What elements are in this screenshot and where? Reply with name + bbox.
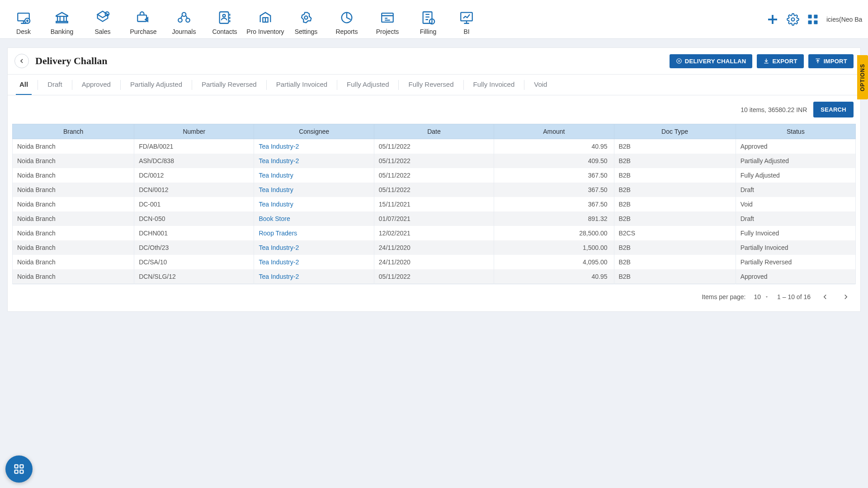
cell-consignee[interactable]: Tea Industry-2 xyxy=(254,240,374,255)
cell-date: 05/11/2022 xyxy=(374,154,494,168)
topnav-label: Projects xyxy=(376,28,399,35)
cell-number: DCHN001 xyxy=(134,226,254,240)
topnav-label: Banking xyxy=(51,28,74,35)
table-row[interactable]: Noida BranchDC/SA/10Tea Industry-224/11/… xyxy=(13,255,856,269)
tab-partially-invoiced[interactable]: Partially Invoiced xyxy=(273,75,331,95)
bi-icon xyxy=(459,10,474,25)
table-row[interactable]: Noida BranchDC/0012Tea Industry05/11/202… xyxy=(13,168,856,183)
cell-status: Partially Invoiced xyxy=(736,240,855,255)
items-per-page-select[interactable]: 10 xyxy=(754,293,769,300)
cell-status: Fully Invoiced xyxy=(736,226,855,240)
next-page-button[interactable] xyxy=(840,291,852,303)
cell-doctype: B2B xyxy=(614,154,736,168)
svg-rect-22 xyxy=(15,465,18,468)
search-label: SEARCH xyxy=(821,106,846,113)
cell-status: Fully Adjusted xyxy=(736,168,855,183)
col-amount[interactable]: Amount xyxy=(494,124,614,139)
topnav-reports[interactable]: Reports xyxy=(326,4,367,35)
col-status[interactable]: Status xyxy=(736,124,855,139)
prev-page-button[interactable] xyxy=(819,291,831,303)
svg-rect-25 xyxy=(20,470,23,473)
cell-consignee[interactable]: Tea Industry-2 xyxy=(254,154,374,168)
topnav-pro-inventory[interactable]: Pro Inventory xyxy=(245,4,286,35)
svg-rect-17 xyxy=(808,14,812,18)
tab-partially-adjusted[interactable]: Partially Adjusted xyxy=(127,75,186,95)
tab-fully-invoiced[interactable]: Fully Invoiced xyxy=(470,75,519,95)
cell-doctype: B2B xyxy=(614,183,736,197)
topnav-sales[interactable]: Sales xyxy=(82,4,123,35)
cell-consignee[interactable]: Roop Traders xyxy=(254,226,374,240)
cell-consignee[interactable]: Tea Industry-2 xyxy=(254,255,374,269)
table-row[interactable]: Noida BranchDC-001Tea Industry15/11/2021… xyxy=(13,197,856,211)
search-button[interactable]: SEARCH xyxy=(813,102,854,117)
tab-fully-reversed[interactable]: Fully Reversed xyxy=(405,75,457,95)
col-consignee[interactable]: Consignee xyxy=(254,124,374,139)
col-date[interactable]: Date xyxy=(374,124,494,139)
cell-date: 01/07/2021 xyxy=(374,211,494,226)
items-per-page-value: 10 xyxy=(754,293,761,300)
cell-consignee[interactable]: Tea Industry-2 xyxy=(254,269,374,284)
cell-branch: Noida Branch xyxy=(13,154,134,168)
table-row[interactable]: Noida BranchDCN/0012Tea Industry05/11/20… xyxy=(13,183,856,197)
tab-approved[interactable]: Approved xyxy=(78,75,114,95)
topnav-contacts[interactable]: Contacts xyxy=(204,4,245,35)
svg-point-6 xyxy=(186,18,190,22)
new-challan-button[interactable]: DELIVERY CHALLAN xyxy=(670,54,753,68)
table-row[interactable]: Noida BranchDCN-050Book Store01/07/20218… xyxy=(13,211,856,226)
topnav-desk[interactable]: Desk xyxy=(5,4,42,35)
projects-icon xyxy=(380,10,395,25)
topnav-journals[interactable]: Journals xyxy=(164,4,204,35)
topnav-projects[interactable]: Projects xyxy=(367,4,408,35)
table-row[interactable]: Noida BranchDC/Oth/23Tea Industry-224/11… xyxy=(13,240,856,255)
cell-branch: Noida Branch xyxy=(13,240,134,255)
col-branch[interactable]: Branch xyxy=(13,124,134,139)
cell-number: FD/AB/0021 xyxy=(134,139,254,154)
tab-all[interactable]: All xyxy=(16,75,32,95)
journals-icon xyxy=(176,10,192,25)
dropdown-caret-icon xyxy=(764,295,769,299)
svg-rect-24 xyxy=(15,470,18,473)
cell-status: Draft xyxy=(736,211,855,226)
table-row[interactable]: Noida BranchASh/DC/838Tea Industry-205/1… xyxy=(13,154,856,168)
import-button[interactable]: IMPORT xyxy=(808,54,854,68)
page-title: Delivery Challan xyxy=(35,55,108,67)
header-actions: DELIVERY CHALLAN EXPORT IMPORT xyxy=(670,54,854,68)
cell-consignee[interactable]: Tea Industry xyxy=(254,168,374,183)
company-selector[interactable]: icies(Neo Bai xyxy=(826,16,863,23)
table-row[interactable]: Noida BranchDCHN001Roop Traders12/02/202… xyxy=(13,226,856,240)
cell-consignee[interactable]: Tea Industry-2 xyxy=(254,139,374,154)
export-button[interactable]: EXPORT xyxy=(757,54,803,68)
topnav: DeskBankingSalesPurchaseJournalsContacts… xyxy=(5,4,485,35)
plus-icon[interactable] xyxy=(766,13,779,26)
topnav-filling[interactable]: Filling xyxy=(408,4,448,35)
cell-number: DC-001 xyxy=(134,197,254,211)
grid-icon xyxy=(13,463,25,475)
bank-icon xyxy=(54,10,70,25)
cell-doctype: B2B xyxy=(614,255,736,269)
cell-date: 24/11/2020 xyxy=(374,255,494,269)
apps-fab[interactable] xyxy=(5,455,33,483)
gear-icon[interactable] xyxy=(787,13,799,26)
apps-icon[interactable] xyxy=(807,13,819,26)
topnav-bi[interactable]: BI xyxy=(448,4,485,35)
topnav-settings[interactable]: Settings xyxy=(286,4,326,35)
svg-point-8 xyxy=(223,14,226,17)
cell-branch: Noida Branch xyxy=(13,255,134,269)
tab-draft[interactable]: Draft xyxy=(44,75,66,95)
back-button[interactable] xyxy=(14,54,29,68)
topnav-purchase[interactable]: Purchase xyxy=(123,4,164,35)
table-row[interactable]: Noida BranchFD/AB/0021Tea Industry-205/1… xyxy=(13,139,856,154)
options-side-tab[interactable]: OPTIONS xyxy=(857,55,868,99)
col-doctype[interactable]: Doc Type xyxy=(614,124,736,139)
tab-partially-reversed[interactable]: Partially Reversed xyxy=(198,75,260,95)
cell-consignee[interactable]: Tea Industry xyxy=(254,197,374,211)
cell-consignee[interactable]: Tea Industry xyxy=(254,183,374,197)
cell-consignee[interactable]: Book Store xyxy=(254,211,374,226)
col-number[interactable]: Number xyxy=(134,124,254,139)
table-row[interactable]: Noida BranchDCN/SLG/12Tea Industry-205/1… xyxy=(13,269,856,284)
svg-rect-23 xyxy=(20,465,23,468)
tab-void[interactable]: Void xyxy=(530,75,551,95)
topnav-label: Sales xyxy=(94,28,110,35)
tab-fully-adjusted[interactable]: Fully Adjusted xyxy=(343,75,392,95)
topnav-banking[interactable]: Banking xyxy=(42,4,82,35)
